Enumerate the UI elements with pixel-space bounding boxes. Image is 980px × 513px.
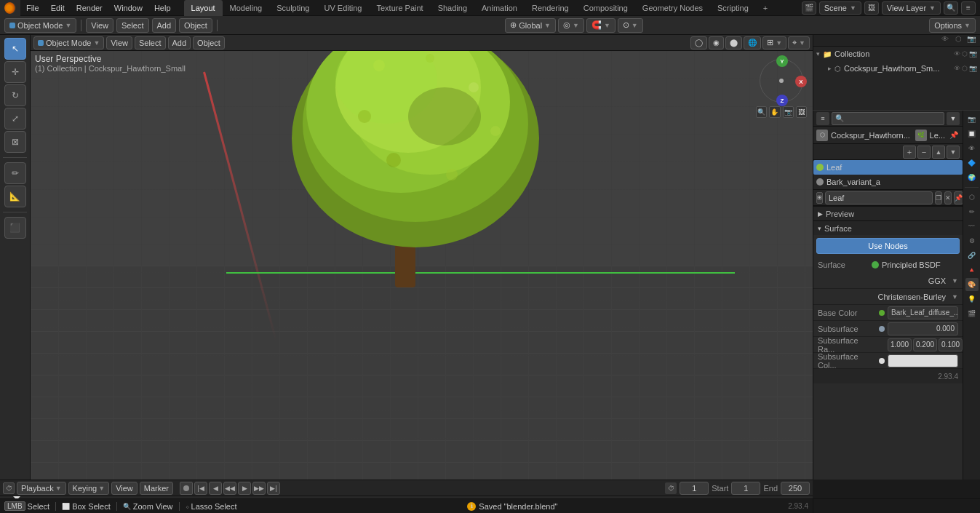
prop-filter-btn[interactable]: ▼ bbox=[947, 112, 960, 125]
outliner-render-col[interactable]: 📷 bbox=[965, 35, 977, 43]
mat-add-btn[interactable]: + bbox=[903, 146, 916, 159]
tab-layout[interactable]: Layout bbox=[184, 0, 223, 16]
mode-selector[interactable]: Object Mode ▼ bbox=[4, 18, 76, 33]
tab-uv-editing[interactable]: UV Editing bbox=[316, 0, 369, 16]
scale-tool[interactable]: ⤢ bbox=[4, 108, 26, 130]
prop-icon-object-data[interactable]: 🎬 bbox=[965, 307, 979, 320]
tl-view-menu[interactable]: View bbox=[111, 482, 138, 495]
mat-pin-icon[interactable]: 📌 bbox=[948, 130, 960, 141]
tree-render-2[interactable]: 📷 bbox=[969, 65, 977, 72]
mat-scroll-down[interactable]: ▼ bbox=[947, 146, 960, 159]
step-forward-btn[interactable]: ▶▶ bbox=[252, 482, 266, 495]
add-tab-button[interactable]: + bbox=[756, 0, 775, 16]
scene-selector[interactable]: Scene ▼ bbox=[819, 1, 861, 15]
subsurface-col-swatch[interactable] bbox=[888, 354, 958, 367]
tab-compositing[interactable]: Compositing bbox=[576, 0, 635, 16]
tree-render-1[interactable]: 📷 bbox=[969, 50, 977, 57]
shading-solid[interactable]: ◉ bbox=[709, 36, 724, 49]
keying-menu[interactable]: Keying ▼ bbox=[68, 482, 110, 495]
snap-toggle[interactable]: 🧲 ▼ bbox=[586, 18, 616, 33]
select-tool[interactable]: ↖ bbox=[4, 38, 26, 60]
mat-del-icon[interactable]: ✕ bbox=[944, 191, 952, 204]
outliner-eye-col[interactable]: 👁 bbox=[939, 35, 951, 43]
viewport-view[interactable]: View bbox=[106, 36, 132, 49]
rotate-tool[interactable]: ↻ bbox=[4, 84, 26, 106]
step-back-btn[interactable]: ◀ bbox=[209, 482, 222, 495]
mat-remove-btn[interactable]: − bbox=[917, 146, 931, 159]
playback-menu[interactable]: Playback ▼ bbox=[17, 482, 66, 495]
tab-shading[interactable]: Shading bbox=[431, 0, 474, 16]
viewport-select[interactable]: Select bbox=[135, 36, 166, 49]
subsurface-dot[interactable] bbox=[879, 326, 885, 332]
mat-scroll-up[interactable]: ▲ bbox=[932, 146, 945, 159]
pan-gizmo[interactable]: ✋ bbox=[769, 106, 780, 118]
surface-section[interactable]: ▾ Surface bbox=[813, 220, 963, 235]
viewport-add[interactable]: Add bbox=[168, 36, 191, 49]
zoom-gizmo[interactable]: 🔍 bbox=[756, 106, 767, 118]
tree-scene-collection[interactable]: ▾ 📁 Collection 👁 ⬡ 📷 bbox=[813, 47, 980, 61]
subsurface-col-dot[interactable] bbox=[879, 358, 885, 364]
mat-pin2-icon[interactable]: 📌 bbox=[954, 191, 963, 204]
preview-section[interactable]: ▶ Preview bbox=[813, 206, 963, 220]
current-frame-input[interactable] bbox=[680, 482, 709, 495]
tab-rendering[interactable]: Rendering bbox=[525, 0, 576, 16]
settings-icon[interactable]: ≡ bbox=[961, 1, 976, 15]
outliner-viewport-col[interactable]: ⬡ bbox=[952, 35, 964, 43]
prop-icon-render[interactable]: 📷 bbox=[965, 113, 979, 126]
gizmo-z-axis[interactable]: Z bbox=[776, 95, 788, 106]
mat-browse-icon[interactable]: ⊞ bbox=[816, 192, 823, 204]
use-nodes-btn[interactable]: Use Nodes bbox=[816, 238, 960, 254]
view-layer-icon[interactable]: 🖼 bbox=[864, 1, 879, 15]
camera-gizmo[interactable]: 📷 bbox=[783, 106, 794, 118]
transform-tool[interactable]: ⊠ bbox=[4, 131, 26, 153]
prop-icon-constraints[interactable]: 🔗 bbox=[965, 249, 979, 262]
gizmo-toggle[interactable]: ⌖ ▼ bbox=[788, 36, 810, 49]
timeline-editor-icon[interactable]: ⏱ bbox=[3, 482, 15, 494]
status-lasso[interactable]: ⬦ Lasso Select bbox=[186, 502, 237, 511]
tree-eye-2[interactable]: 👁 bbox=[954, 65, 960, 72]
menu-window[interactable]: Window bbox=[108, 0, 148, 16]
menu-edit[interactable]: Edit bbox=[45, 0, 71, 16]
viewport-object[interactable]: Object bbox=[193, 36, 225, 49]
prop-icon-particles[interactable]: 〰 bbox=[965, 220, 979, 233]
options-btn[interactable]: Options ▼ bbox=[929, 18, 976, 33]
pivot-selector[interactable]: ◎ ▼ bbox=[558, 18, 584, 33]
mat-slot-bark[interactable]: Bark_variant_a bbox=[813, 175, 963, 189]
tab-sculpting[interactable]: Sculpting bbox=[269, 0, 316, 16]
tab-scripting[interactable]: Scripting bbox=[710, 0, 756, 16]
subsurface-rad-2[interactable]: 0.200 bbox=[913, 338, 937, 351]
prop-type-filter[interactable]: ≡ bbox=[816, 112, 829, 125]
transform-selector[interactable]: ⊕ Global ▼ bbox=[505, 18, 556, 33]
end-frame-input[interactable] bbox=[781, 482, 810, 495]
mat-name-field[interactable] bbox=[825, 191, 933, 204]
tab-texture-paint[interactable]: Texture Paint bbox=[369, 0, 430, 16]
subsurface-rad-1[interactable]: 1.000 bbox=[888, 338, 912, 351]
start-frame-input[interactable] bbox=[731, 482, 760, 495]
filter-icon[interactable]: 🔍 bbox=[944, 1, 958, 15]
menu-render[interactable]: Render bbox=[71, 0, 108, 16]
render-gizmo[interactable]: 🖼 bbox=[796, 106, 807, 118]
measure-tool[interactable]: 📐 bbox=[4, 186, 26, 207]
subsurface-value[interactable]: 0.000 bbox=[888, 322, 958, 335]
status-select[interactable]: LMB Select bbox=[4, 501, 49, 511]
prop-icon-data[interactable]: 🔺 bbox=[965, 263, 979, 277]
nav-gizmo[interactable]: X Y Z 🔍 ✋ 📷 🖼 bbox=[756, 55, 807, 114]
prop-icon-modifier[interactable]: ✏ bbox=[965, 205, 979, 218]
shading-mat[interactable]: ⬤ bbox=[725, 36, 742, 49]
skip-end-btn[interactable]: ▶| bbox=[267, 482, 280, 495]
view-menu[interactable]: View bbox=[86, 18, 113, 33]
add-tool[interactable]: ⬛ bbox=[4, 217, 26, 239]
prop-search-input[interactable] bbox=[832, 112, 944, 125]
overlay-toggle[interactable]: ⊞ ▼ bbox=[762, 36, 786, 49]
mat-slot-leaf[interactable]: Leaf bbox=[813, 160, 963, 175]
object-menu[interactable]: Object bbox=[179, 18, 212, 33]
gizmo-y-axis[interactable]: Y bbox=[776, 55, 788, 67]
marker-menu[interactable]: Marker bbox=[140, 482, 173, 495]
add-menu[interactable]: Add bbox=[152, 18, 177, 33]
tree-hawthorn-object[interactable]: ▸ ⬡ Cockspur_Hawthorn_Sm... 👁 ⬡ 📷 bbox=[813, 61, 980, 76]
status-box-select[interactable]: ⬜ Box Select bbox=[62, 502, 111, 511]
prop-icon-scene[interactable]: 🔷 bbox=[965, 156, 979, 170]
annotate-tool[interactable]: ✏ bbox=[4, 162, 26, 184]
viewport-mode-dropdown[interactable]: Object Mode ▼ bbox=[33, 36, 104, 49]
play-reverse-btn[interactable]: ◀◀ bbox=[223, 482, 236, 495]
